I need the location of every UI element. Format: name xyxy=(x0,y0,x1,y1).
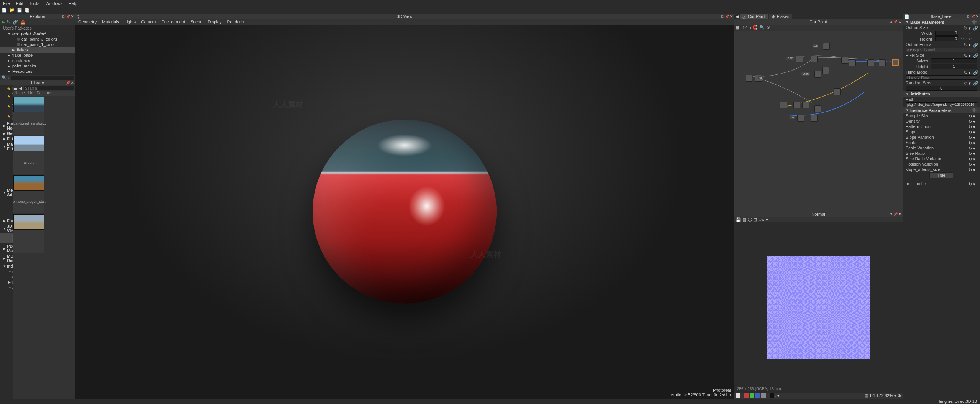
close-icon[interactable]: ✕ xyxy=(898,20,902,24)
link-icon[interactable]: 🔗 xyxy=(13,20,18,25)
back-icon[interactable]: ◀ xyxy=(19,86,23,90)
zoom-icon[interactable]: 🔍 xyxy=(759,25,765,30)
menu-file[interactable]: File xyxy=(3,1,10,6)
lib-tree-item[interactable]: ▼nvidia xyxy=(0,269,13,274)
lib-tree-item[interactable]: ●1-Click xyxy=(0,151,13,161)
save-icon[interactable]: 💾 xyxy=(17,8,22,13)
lib-tree-item[interactable]: ▼Material Filters xyxy=(0,141,13,151)
channel-a[interactable] xyxy=(761,393,766,398)
menu-camera[interactable]: Camera xyxy=(141,20,156,24)
reset-icon[interactable]: ↻ xyxy=(969,135,972,139)
lib-tree-item[interactable]: ▶MDL Resources xyxy=(0,253,13,263)
reset-icon[interactable]: ↻ xyxy=(969,130,972,134)
reset-icon[interactable]: ↻ xyxy=(969,162,972,166)
menu-icon[interactable]: ▾ xyxy=(973,168,977,171)
section-instance-parameters[interactable]: ▼Instance Parameters➕ xyxy=(903,107,980,113)
menu-environment[interactable]: Environment xyxy=(161,20,185,24)
tree-item[interactable]: ▶flakes xyxy=(0,47,75,53)
lib-tree-item[interactable]: ●PBR Utilities xyxy=(0,177,13,187)
new-icon[interactable]: 📄 xyxy=(2,8,7,13)
menu-icon[interactable]: ▾ xyxy=(973,135,977,139)
grid-icon[interactable]: ▦ xyxy=(864,393,868,398)
crosshair-icon[interactable]: ⊕ xyxy=(898,393,901,398)
reset-icon[interactable]: ↻ xyxy=(964,81,968,85)
reset-icon[interactable]: ↻ xyxy=(969,114,972,118)
lib-tree-item[interactable]: ▶Function Nodes xyxy=(0,121,13,131)
lib-tree-item[interactable]: ▶Filters xyxy=(0,136,13,141)
menu-icon[interactable]: ▾ xyxy=(973,151,977,155)
lib-tree-item[interactable]: ★Graph Items xyxy=(0,91,13,101)
tree-item[interactable]: ▶scratches xyxy=(0,58,75,63)
menu-display[interactable]: Display xyxy=(208,20,221,24)
menu-icon[interactable]: ▾ xyxy=(969,70,972,74)
options-icon[interactable]: ⚙ xyxy=(766,25,772,30)
channel-g[interactable] xyxy=(750,393,754,398)
lib-tree-item[interactable]: ●Effects xyxy=(0,161,13,167)
reset-icon[interactable]: ↻ xyxy=(969,141,972,145)
menu-lights[interactable]: Lights xyxy=(125,20,136,24)
menu-help[interactable]: Help xyxy=(69,1,77,6)
menu-tools[interactable]: Tools xyxy=(29,1,39,6)
menu-scene[interactable]: Scene xyxy=(190,20,202,24)
link-icon[interactable]: 🔗 xyxy=(973,43,977,46)
reset-icon[interactable]: ↻ xyxy=(969,157,972,161)
lib-tree-item[interactable]: ▼mdl xyxy=(0,263,13,269)
publish-icon[interactable]: 📤 xyxy=(20,20,26,25)
output-format-combo[interactable]: 8 Bits per channel xyxy=(906,48,977,52)
explorer-search-input[interactable] xyxy=(11,76,74,80)
close-icon[interactable]: ✕ xyxy=(70,81,74,85)
reset-icon[interactable]: ↻ xyxy=(969,168,972,171)
reset-icon[interactable]: ↻ xyxy=(969,151,972,155)
info-icon[interactable]: ⓘ xyxy=(748,217,752,223)
menu-icon[interactable]: ▾ xyxy=(969,81,972,85)
menu-icon[interactable]: ▾ xyxy=(973,130,977,134)
view-icon[interactable]: ◎ xyxy=(77,14,80,19)
menu-icon[interactable]: ▾ xyxy=(973,141,977,145)
tree-item[interactable]: ▶Resources xyxy=(0,69,75,74)
pin-icon[interactable]: 📌 xyxy=(971,15,975,18)
close-icon[interactable]: ✕ xyxy=(975,15,979,18)
refresh-icon[interactable]: ↻ xyxy=(7,20,10,25)
lib-tree-item[interactable]: ●Utilities xyxy=(0,213,13,218)
tree-item[interactable]: car_paint_3_colors xyxy=(0,36,75,42)
pin-icon[interactable]: 📌 xyxy=(66,15,70,18)
lib-tree-item[interactable]: Environment Maps xyxy=(0,233,13,243)
add-icon[interactable]: ➕ xyxy=(972,108,977,113)
pin-icon[interactable]: 📌 xyxy=(893,20,897,24)
play-icon[interactable]: ▶ xyxy=(2,20,5,25)
height-input[interactable] xyxy=(935,36,958,41)
dropdown-icon[interactable]: ▾ xyxy=(894,393,896,398)
tab-flakes[interactable]: ❋Flakes xyxy=(769,14,792,19)
node-graph-canvas[interactable]: 1.5 -0.05 -0.25 xyxy=(734,31,903,212)
reset-icon[interactable]: ↻ xyxy=(964,43,968,46)
lib-tree-item[interactable]: ▶PBR Materials xyxy=(0,243,13,253)
library-thumb[interactable]: abandoned_sanatori... xyxy=(13,97,44,135)
lib-tree-item[interactable]: ▶Generators xyxy=(0,131,13,136)
lib-tree-item[interactable]: ●Transforms xyxy=(0,167,13,172)
grid-icon[interactable]: ▦ xyxy=(742,217,746,222)
menu-icon[interactable]: ▾ xyxy=(973,125,977,128)
pin-icon[interactable]: 📌 xyxy=(725,15,729,18)
reset-icon[interactable]: ↻ xyxy=(964,70,968,74)
library-thumb[interactable]: airport xyxy=(13,136,44,174)
menu-renderer[interactable]: Renderer xyxy=(227,20,244,24)
add-icon[interactable]: ➕ xyxy=(972,20,977,25)
section-base-parameters[interactable]: ▼Base Parameters➕ xyxy=(903,19,980,25)
menu-windows[interactable]: Windows xyxy=(45,1,62,6)
menu-icon[interactable]: ▾ xyxy=(973,119,977,123)
lib-tree-item[interactable]: ▶math xyxy=(0,279,13,285)
link-icon[interactable]: 🔗 xyxy=(973,81,977,85)
channel-b[interactable] xyxy=(755,393,760,398)
uv-label[interactable]: UV xyxy=(759,217,764,222)
reset-icon[interactable]: ↻ xyxy=(969,119,972,123)
tree-item[interactable]: ▶paint_masks xyxy=(0,63,75,69)
menu-icon[interactable]: ▾ xyxy=(969,26,972,30)
col-url[interactable]: Url xyxy=(27,91,35,96)
3d-viewport[interactable]: Photoreal Iterations: 52/500 Time: 0m2s/… xyxy=(75,25,734,399)
lib-tree-item[interactable]: ●Mask Generators xyxy=(0,197,13,207)
menu-materials[interactable]: Materials xyxy=(102,20,119,24)
library-search-input[interactable] xyxy=(24,86,74,90)
menu-icon[interactable]: ▾ xyxy=(973,162,977,166)
lib-tree-item[interactable]: core_definitions xyxy=(0,274,13,279)
tiling-combo[interactable]: H and V Tiling xyxy=(906,75,977,80)
